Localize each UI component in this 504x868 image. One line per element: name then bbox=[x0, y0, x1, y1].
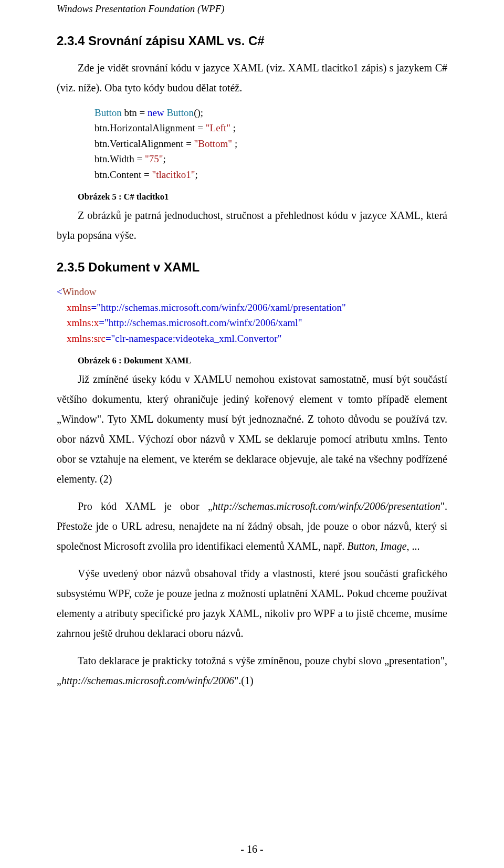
para-235-4: Tato deklarace je prakticky totožná s vý… bbox=[57, 651, 447, 691]
heading-235: 2.3.5 Dokument v XAML bbox=[57, 260, 447, 275]
code-csharp: Button btn = new Button(); btn.Horizonta… bbox=[94, 105, 447, 182]
para-235-3: Výše uvedený obor názvů obsahoval třídy … bbox=[57, 563, 447, 643]
caption-fig6: Obrázek 6 : Dokument XAML bbox=[57, 355, 447, 366]
para-235-1: Již zmíněné úseky kódu v XAMLU nemohou e… bbox=[57, 369, 447, 489]
page-number: - 16 - bbox=[57, 843, 447, 855]
caption-fig5: Obrázek 5 : C# tlacitko1 bbox=[57, 192, 447, 202]
running-header: Windows Presentation Foundation (WPF) bbox=[57, 3, 447, 15]
code-xaml: <Window xmlns="http://schemas.microsoft.… bbox=[57, 284, 447, 346]
para-234-1: Zde je vidět srovnání kódu v jazyce XAML… bbox=[57, 58, 447, 98]
heading-234: 2.3.4 Srovnání zápisu XAML vs. C# bbox=[57, 34, 447, 48]
para-235-2: Pro kód XAML je obor „http://schemas.mic… bbox=[57, 496, 447, 556]
para-234-2: Z obrázků je patrná jednoduchost, stručn… bbox=[57, 205, 447, 245]
page: Windows Presentation Foundation (WPF) 2.… bbox=[0, 3, 504, 868]
